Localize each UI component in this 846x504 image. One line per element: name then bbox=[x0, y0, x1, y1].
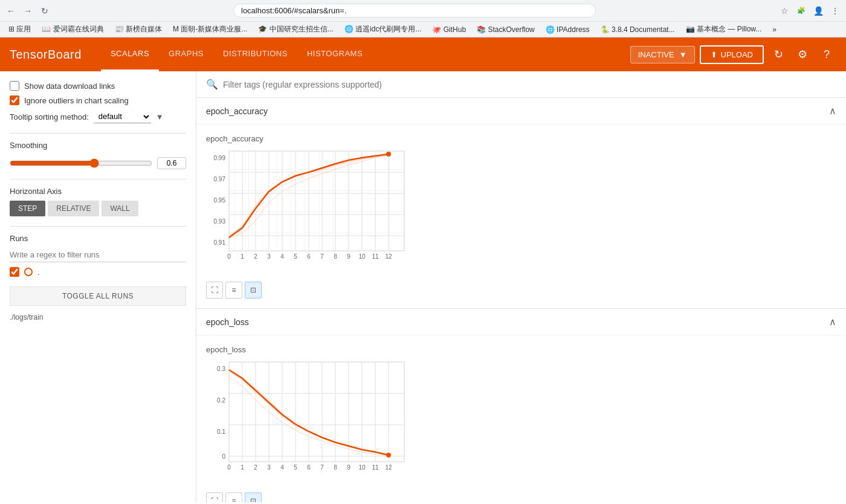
filter-input[interactable] bbox=[223, 80, 836, 89]
bookmark-mianchao[interactable]: M 面朝-新媒体商业服... bbox=[169, 23, 251, 36]
bookmark-stackoverflow[interactable]: 📚 StackOverflow bbox=[473, 24, 538, 35]
runs-title: Runs bbox=[10, 234, 186, 243]
svg-point-27 bbox=[386, 152, 391, 157]
bookmark-python[interactable]: 🐍 3.8.4 Documentat... bbox=[597, 24, 679, 35]
epoch-loss-chart-title: epoch_loss bbox=[206, 345, 836, 354]
svg-text:5: 5 bbox=[294, 253, 297, 260]
epoch-accuracy-header[interactable]: epoch_accuracy ∧ bbox=[196, 98, 846, 124]
epoch-accuracy-controls: ⛶ ≡ ⊡ bbox=[206, 282, 836, 299]
bookmark-yanzhao[interactable]: 🎓 中国研究生招生信... bbox=[254, 23, 337, 36]
axis-wall-button[interactable]: WALL bbox=[102, 201, 138, 216]
data-table-button[interactable]: ≡ bbox=[225, 282, 242, 299]
epoch-accuracy-collapse-btn[interactable]: ∧ bbox=[829, 105, 836, 117]
svg-text:0.1: 0.1 bbox=[217, 428, 225, 435]
runs-filter-input[interactable] bbox=[10, 248, 186, 262]
smoothing-row bbox=[10, 157, 186, 169]
axis-relative-button[interactable]: RELATIVE bbox=[48, 201, 99, 216]
svg-text:0.95: 0.95 bbox=[214, 197, 226, 204]
profile-btn[interactable]: 👤 bbox=[812, 5, 824, 17]
smoothing-section: Smoothing bbox=[10, 141, 186, 169]
tooltip-row: Tooltip sorting method: default ascendin… bbox=[10, 110, 186, 123]
run-checkbox[interactable] bbox=[10, 267, 19, 277]
tooltip-label: Tooltip sorting method: bbox=[10, 112, 89, 121]
bookmark-idc[interactable]: 🌐 逍遥idc代刷网专用... bbox=[341, 23, 425, 36]
tab-graphs[interactable]: GRAPHS bbox=[159, 37, 213, 71]
search-icon: 🔍 bbox=[206, 79, 218, 90]
epoch-accuracy-chart-title: epoch_accuracy bbox=[206, 134, 836, 143]
bookmark-github[interactable]: 🐙 GitHub bbox=[428, 24, 470, 35]
epoch-loss-svg: 0.3 0.2 0.1 0 bbox=[206, 359, 412, 486]
epoch-loss-chart-inner: epoch_loss 0.3 0.2 0.1 0 bbox=[196, 335, 846, 502]
bookmark-xinbang[interactable]: 📰 新榜自媒体 bbox=[111, 23, 166, 36]
svg-text:12: 12 bbox=[385, 464, 392, 471]
epoch-accuracy-section: epoch_accuracy ∧ epoch_accuracy bbox=[196, 98, 846, 309]
epoch-loss-header[interactable]: epoch_loss ∧ bbox=[196, 309, 846, 335]
smoothing-value-input[interactable] bbox=[157, 157, 186, 169]
extensions-btn[interactable]: 🧩 bbox=[795, 5, 807, 17]
ignore-outliers-label: Ignore outliers in chart scaling bbox=[24, 96, 129, 105]
status-dropdown[interactable]: INACTIVE ▼ bbox=[630, 46, 695, 63]
svg-text:6: 6 bbox=[307, 464, 311, 471]
epoch-accuracy-title: epoch_accuracy bbox=[206, 106, 268, 116]
svg-text:0.3: 0.3 bbox=[217, 366, 225, 372]
axis-step-button[interactable]: STEP bbox=[10, 201, 45, 216]
ignore-outliers-row: Ignore outliers in chart scaling bbox=[10, 95, 186, 105]
menu-btn[interactable]: ⋮ bbox=[829, 5, 841, 17]
bookmark-more[interactable]: » bbox=[769, 24, 780, 35]
bookmark-aiciba[interactable]: 📖 爱词霸在线词典 bbox=[38, 23, 107, 36]
run-item: . bbox=[10, 267, 186, 277]
toggle-all-runs-button[interactable]: TOGGLE ALL RUNS bbox=[10, 286, 186, 306]
main-content: Show data download links Ignore outliers… bbox=[0, 71, 846, 502]
divider-2 bbox=[10, 179, 186, 179]
expand-chart-button[interactable]: ⛶ bbox=[206, 282, 223, 299]
data-table-loss-button[interactable]: ≡ bbox=[225, 493, 242, 502]
show-data-checkbox[interactable] bbox=[10, 81, 19, 91]
tab-distributions[interactable]: DISTRIBUTIONS bbox=[213, 37, 297, 71]
tooltip-select[interactable]: default ascending descending nearest bbox=[94, 110, 151, 123]
refresh-button[interactable]: ↻ bbox=[39, 5, 51, 17]
svg-text:4: 4 bbox=[280, 253, 284, 260]
nav-right: INACTIVE ▼ ⬆ UPLOAD ↻ ⚙ ? bbox=[630, 45, 836, 64]
epoch-accuracy-chart-inner: epoch_accuracy 0.99 0.97 bbox=[196, 124, 846, 308]
axis-title: Horizontal Axis bbox=[10, 187, 186, 196]
bookmark-apps[interactable]: ⊞ 应用 bbox=[5, 23, 34, 36]
epoch-loss-title: epoch_loss bbox=[206, 317, 249, 327]
svg-text:9: 9 bbox=[347, 253, 350, 260]
epoch-accuracy-chart: 0.99 0.97 0.95 0.93 0.91 bbox=[206, 148, 836, 277]
bookmarks-bar: ⊞ 应用 📖 爱词霸在线词典 📰 新榜自媒体 M 面朝-新媒体商业服... 🎓 … bbox=[0, 21, 846, 37]
bookmark-pillow[interactable]: 📷 基本概念 — Pillow... bbox=[682, 23, 766, 36]
epoch-accuracy-svg: 0.99 0.97 0.95 0.93 0.91 bbox=[206, 148, 412, 275]
svg-text:10: 10 bbox=[358, 253, 366, 260]
bookmark-star[interactable]: ☆ bbox=[778, 5, 790, 17]
help-icon[interactable]: ? bbox=[817, 45, 836, 64]
epoch-loss-chart: 0.3 0.2 0.1 0 bbox=[206, 359, 836, 488]
browser-toolbar: ← → ↻ localhost:6006/#scalars&run=. ☆ 🧩 … bbox=[0, 0, 846, 21]
svg-text:3: 3 bbox=[267, 464, 271, 471]
svg-text:11: 11 bbox=[372, 253, 379, 260]
epoch-loss-collapse-btn[interactable]: ∧ bbox=[829, 316, 836, 328]
run-circle-icon bbox=[24, 268, 33, 276]
show-data-label: Show data download links bbox=[24, 82, 115, 91]
svg-text:12: 12 bbox=[385, 253, 392, 260]
settings-icon[interactable]: ⚙ bbox=[793, 45, 812, 64]
svg-text:0.99: 0.99 bbox=[214, 155, 226, 161]
divider-1 bbox=[10, 133, 186, 134]
back-button[interactable]: ← bbox=[5, 5, 17, 17]
tab-histograms[interactable]: HISTOGRAMS bbox=[297, 37, 372, 71]
expand-loss-chart-button[interactable]: ⛶ bbox=[206, 493, 223, 502]
smoothing-slider[interactable] bbox=[10, 158, 152, 168]
upload-button[interactable]: ⬆ UPLOAD bbox=[700, 45, 764, 64]
address-bar[interactable]: localhost:6006/#scalars&run=. bbox=[233, 4, 596, 18]
nav-tabs: SCALARS GRAPHS DISTRIBUTIONS HISTOGRAMS bbox=[101, 37, 372, 71]
show-data-links-row: Show data download links bbox=[10, 81, 186, 91]
zoom-button[interactable]: ⊡ bbox=[245, 282, 262, 299]
bookmark-ipaddress[interactable]: 🌐 IPAddress bbox=[542, 24, 593, 35]
ignore-outliers-checkbox[interactable] bbox=[10, 95, 19, 105]
forward-button[interactable]: → bbox=[22, 5, 34, 17]
svg-text:1: 1 bbox=[241, 464, 244, 471]
zoom-loss-button[interactable]: ⊡ bbox=[245, 493, 262, 502]
svg-text:5: 5 bbox=[294, 464, 297, 471]
tab-scalars[interactable]: SCALARS bbox=[101, 37, 159, 71]
divider-3 bbox=[10, 226, 186, 227]
refresh-nav-button[interactable]: ↻ bbox=[769, 45, 788, 64]
